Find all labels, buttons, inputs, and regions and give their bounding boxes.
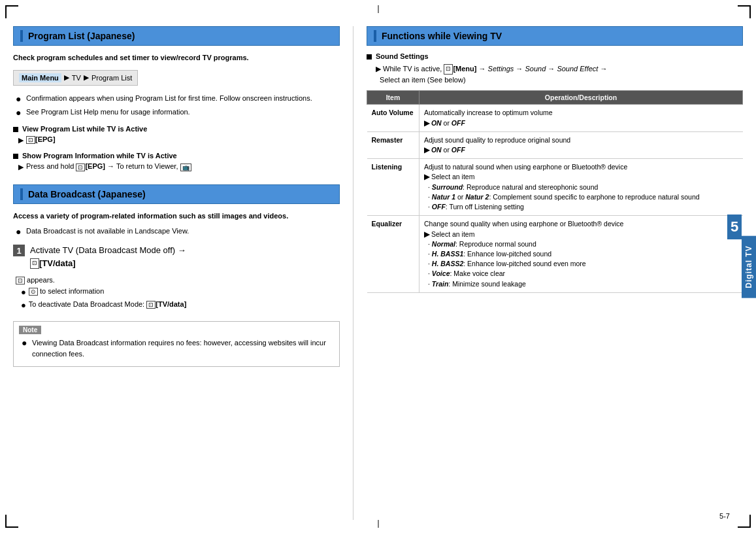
note-label: Note — [19, 326, 41, 334]
bullet-icon-3: ● — [16, 226, 24, 237]
eq-bass2: · H. BASS2: Enhance low-pitched sound ev… — [428, 260, 586, 267]
nav-main-menu: Main Menu — [19, 73, 61, 82]
nav-tv: TV — [72, 74, 81, 82]
view-section: View Program List while TV is Active ▶ ⊡… — [13, 125, 340, 145]
desc-equalizer: Change sound quality when using earphone… — [419, 216, 743, 293]
view-section-title: View Program List while TV is Active — [22, 125, 147, 133]
side-tab-label: Digital TV — [742, 235, 756, 298]
item-remaster: Remaster — [367, 131, 419, 158]
settings-table: Item Operation/Description Auto Volume A… — [367, 90, 743, 293]
show-section-header: Show Program Information while TV is Act… — [13, 152, 340, 160]
data-bullet-text-1: Data Broadcast is not available in Lands… — [26, 226, 189, 236]
data-broadcast-description: Access a variety of program-related info… — [13, 211, 340, 222]
epg-icon-2: ⊡ — [76, 163, 85, 171]
chapter-number: 5 — [727, 215, 742, 239]
page-container: Program List (Japanese) Check program sc… — [0, 0, 756, 533]
sub-bullet-text-1: ⊙ to select information — [29, 287, 105, 296]
program-list-description: Check program schedules and set timer to… — [13, 52, 340, 63]
table-header: Item Operation/Description — [367, 91, 743, 105]
desc-auto-volume: Automatically increase to optimum volume… — [419, 105, 743, 131]
viewer-icon: 📺 — [180, 163, 191, 171]
corner-mark-br — [738, 515, 751, 528]
arrow-icon-1: ▶ — [18, 135, 24, 145]
listening-off: · OFF: Turn off Listening setting — [428, 203, 524, 211]
nav-arrow2: ▶ — [84, 74, 89, 81]
sub-bullet-icon-1: ● — [21, 287, 26, 298]
desc-listening: Adjust to natural sound when using earph… — [419, 159, 743, 216]
arr-listening: ▶ — [424, 173, 429, 181]
arr-remaster: ▶ — [424, 146, 429, 154]
center-mark-bottom — [378, 520, 378, 528]
right-column: Functions while Viewing TV Sound Setting… — [353, 26, 743, 520]
deactivate-icon: ⊡ — [146, 301, 156, 309]
eq-train: · Train: Minimize sound leakage — [428, 280, 526, 288]
functions-header: Functions while Viewing TV — [367, 26, 743, 46]
view-section-header: View Program List while TV is Active — [13, 125, 340, 133]
listening-natur: · Natur 1 or Natur 2: Complement sound s… — [428, 193, 700, 201]
blue-bar-icon — [20, 30, 23, 42]
corner-mark-bl — [5, 515, 18, 528]
sound-settings-header: Sound Settings — [367, 52, 743, 60]
eq-bass1: · H. BASS1: Enhance low-pitched sound — [428, 250, 551, 258]
tv-data-icon: ⊡ — [30, 258, 39, 269]
black-square-icon-3 — [367, 54, 372, 60]
functions-title: Functions while Viewing TV — [382, 31, 502, 41]
data-broadcast-header: Data Broadcast (Japanese) — [13, 184, 340, 204]
sub-bullet-1: ● ⊙ to select information — [13, 287, 340, 298]
page-number: 5-7 — [719, 512, 730, 520]
program-list-title: Program List (Japanese) — [28, 31, 135, 41]
note-content: ● Viewing Data Broadcast information req… — [19, 337, 334, 359]
item-listening: Listening — [367, 159, 419, 216]
arr-equalizer: ▶ — [424, 230, 429, 238]
view-epg-item: ▶ ⊡[EPG] — [13, 135, 340, 145]
show-section: Show Program Information while TV is Act… — [13, 152, 340, 172]
col-operation: Operation/Description — [419, 91, 743, 105]
corner-mark-tl — [5, 5, 18, 18]
show-epg-text: Press and hold ⊡[EPG] → To return to Vie… — [26, 162, 191, 171]
eq-normal: · Normal: Reproduce normal sound — [428, 240, 536, 248]
item-equalizer: Equalizer — [367, 216, 419, 293]
bullet-text-1: Confirmation appears when using Program … — [26, 94, 312, 103]
note-bullet-text: Viewing Data Broadcast information requi… — [32, 337, 334, 359]
left-column: Program List (Japanese) Check program sc… — [13, 26, 353, 520]
center-mark-top — [378, 5, 378, 13]
sub-bullet-icon-2: ● — [21, 300, 26, 311]
select-icon: ⊙ — [29, 288, 38, 296]
nav-program-list: Program List — [91, 74, 132, 82]
blue-bar-icon-2 — [20, 188, 23, 200]
table-row-equalizer: Equalizer Change sound quality when usin… — [367, 216, 743, 293]
table-row-remaster: Remaster Adjust sound quality to reprodu… — [367, 131, 743, 158]
view-epg-text: ⊡[EPG] — [26, 135, 56, 144]
sub-bullet-text-2: To deactivate Data Broadcast Mode: ⊡[TV/… — [29, 300, 186, 309]
black-square-icon-1 — [13, 127, 18, 132]
bullet-icon-2: ● — [16, 107, 24, 118]
bullet-item-1: ● Confirmation appears when using Progra… — [13, 94, 340, 105]
bullet-icon-1: ● — [16, 94, 24, 105]
menu-icon: ⊡ — [444, 64, 453, 75]
step-number-1: 1 — [13, 245, 25, 256]
show-epg-item: ▶ Press and hold ⊡[EPG] → To return to V… — [13, 162, 340, 172]
program-list-header: Program List (Japanese) — [13, 26, 340, 46]
note-bullet-1: ● Viewing Data Broadcast information req… — [19, 337, 334, 359]
desc-remaster: Adjust sound quality to reproduce origin… — [419, 131, 743, 158]
data-broadcast-title: Data Broadcast (Japanese) — [28, 189, 146, 199]
table-row-listening: Listening Adjust to natural sound when u… — [367, 159, 743, 216]
col-item: Item — [367, 91, 419, 105]
bullet-item-2: ● See Program List Help menu for usage i… — [13, 107, 340, 118]
nav-arrow1: ▶ — [64, 74, 69, 81]
table-row-auto-volume: Auto Volume Automatically increase to op… — [367, 105, 743, 131]
nav-path: Main Menu ▶ TV ▶ Program List — [13, 70, 138, 86]
step-1-text: Activate TV (Data Broadcast Mode off) → … — [30, 244, 186, 269]
arrow-icon-2: ▶ — [18, 162, 24, 172]
step-1-container: 1 Activate TV (Data Broadcast Mode off) … — [13, 244, 340, 269]
menu-path: ▶ While TV is active, ⊡[Menu] → Settings… — [367, 63, 743, 85]
sound-settings-title: Sound Settings — [376, 52, 429, 60]
listening-surround: · Surround: Reproduce natural and stereo… — [428, 183, 598, 191]
step-1-content: Activate TV (Data Broadcast Mode off) → … — [30, 244, 186, 269]
bullet-text-2: See Program List Help menu for usage inf… — [26, 107, 190, 117]
appears-icon: ⊡ — [16, 277, 25, 284]
corner-mark-tr — [738, 5, 751, 18]
arr-auto-volume: ▶ — [424, 119, 429, 127]
show-section-title: Show Program Information while TV is Act… — [22, 152, 177, 160]
eq-voice: · Voice: Make voice clear — [428, 269, 505, 277]
